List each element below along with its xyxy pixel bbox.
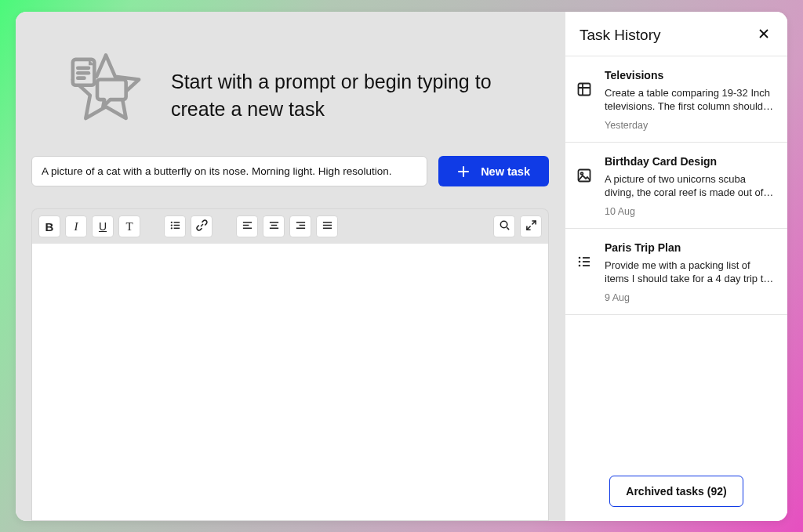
svg-point-24 bbox=[500, 222, 507, 228]
align-center-icon bbox=[268, 219, 280, 233]
prompt-row: New task bbox=[16, 156, 565, 208]
hero-title: Start with a prompt or begin typing to c… bbox=[171, 54, 516, 123]
underline-icon: U bbox=[99, 220, 107, 233]
expand-button[interactable] bbox=[520, 215, 542, 237]
archived-tasks-button[interactable]: Archived tasks (92) bbox=[609, 476, 743, 507]
task-history-header: Task History bbox=[565, 12, 787, 56]
svg-point-8 bbox=[170, 227, 172, 229]
italic-button[interactable]: I bbox=[65, 215, 87, 237]
history-item-desc: Create a table comparing 19-32 Inch tele… bbox=[605, 86, 775, 114]
plus-icon bbox=[457, 165, 470, 178]
bullet-list-icon bbox=[169, 219, 181, 233]
new-task-label: New task bbox=[481, 165, 530, 178]
editor-area: B I U T bbox=[16, 208, 565, 520]
align-justify-icon bbox=[322, 219, 333, 233]
bold-button[interactable]: B bbox=[38, 215, 60, 237]
history-item-desc: A picture of two unicorns scuba diving, … bbox=[605, 172, 775, 200]
align-left-button[interactable] bbox=[236, 215, 258, 237]
align-center-button[interactable] bbox=[263, 215, 285, 237]
image-icon bbox=[576, 155, 594, 217]
history-item-desc: Provide me with a packing list of items … bbox=[605, 259, 775, 286]
task-history-panel: Task History Televisions Create a table … bbox=[565, 12, 787, 521]
bullet-list-button[interactable] bbox=[164, 215, 186, 237]
link-button[interactable] bbox=[191, 215, 213, 237]
text-style-icon: T bbox=[125, 220, 133, 233]
underline-button[interactable]: U bbox=[92, 215, 114, 237]
svg-point-35 bbox=[579, 264, 581, 266]
svg-point-32 bbox=[581, 172, 583, 175]
history-item[interactable]: Birthday Card Design A picture of two un… bbox=[565, 143, 787, 229]
align-left-icon bbox=[242, 219, 253, 233]
bold-icon: B bbox=[45, 220, 54, 233]
list-icon bbox=[576, 241, 594, 303]
close-button[interactable] bbox=[754, 26, 773, 45]
history-item-title: Televisions bbox=[605, 69, 775, 81]
task-history-list: Televisions Create a table comparing 19-… bbox=[565, 56, 787, 461]
svg-point-33 bbox=[579, 256, 581, 259]
svg-rect-28 bbox=[579, 83, 590, 95]
editor-body[interactable] bbox=[31, 244, 549, 520]
close-icon bbox=[758, 27, 770, 42]
app-window: Start with a prompt or begin typing to c… bbox=[16, 12, 787, 521]
italic-icon: I bbox=[74, 220, 78, 233]
history-item[interactable]: Paris Trip Plan Provide me with a packin… bbox=[565, 229, 787, 315]
svg-line-25 bbox=[507, 228, 509, 230]
align-right-button[interactable] bbox=[289, 215, 311, 237]
main-panel: Start with a prompt or begin typing to c… bbox=[16, 12, 565, 521]
expand-icon bbox=[525, 219, 537, 233]
svg-point-34 bbox=[579, 260, 581, 262]
text-style-button[interactable]: T bbox=[118, 215, 140, 237]
history-item-date: 9 Aug bbox=[605, 292, 775, 303]
align-justify-button[interactable] bbox=[316, 215, 338, 237]
history-item-title: Paris Trip Plan bbox=[605, 241, 775, 254]
editor-toolbar: B I U T bbox=[31, 208, 549, 244]
prompt-input[interactable] bbox=[31, 156, 427, 186]
task-history-footer: Archived tasks (92) bbox=[565, 461, 787, 521]
history-item-title: Birthday Card Design bbox=[605, 155, 775, 168]
history-item[interactable]: Televisions Create a table comparing 19-… bbox=[565, 56, 787, 143]
search-icon bbox=[499, 219, 511, 233]
search-button[interactable] bbox=[493, 215, 515, 237]
archived-tasks-label: Archived tasks (92) bbox=[626, 485, 726, 498]
table-icon bbox=[576, 69, 594, 131]
svg-point-7 bbox=[170, 225, 172, 226]
task-history-title: Task History bbox=[580, 27, 660, 44]
history-item-date: 10 Aug bbox=[605, 206, 775, 217]
hero-illustration-icon bbox=[63, 49, 149, 132]
svg-point-6 bbox=[170, 222, 172, 223]
history-item-date: Yesterday bbox=[605, 120, 775, 131]
link-icon bbox=[196, 219, 208, 233]
new-task-button[interactable]: New task bbox=[438, 156, 549, 186]
align-right-icon bbox=[295, 219, 307, 233]
hero-section: Start with a prompt or begin typing to c… bbox=[16, 12, 565, 157]
